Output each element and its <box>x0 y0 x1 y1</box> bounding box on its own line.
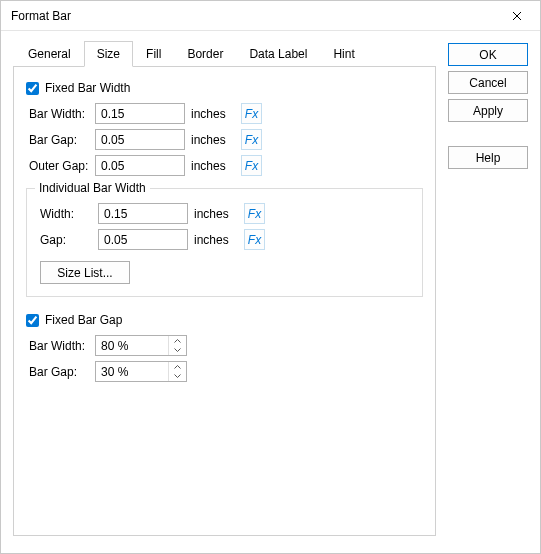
tab-fill[interactable]: Fill <box>133 41 174 67</box>
chevron-up-icon <box>174 365 181 369</box>
pct-bar-width-up[interactable] <box>169 336 186 346</box>
pct-bar-gap-input[interactable] <box>96 362 168 381</box>
tabs: General Size Fill Border Data Label Hint <box>13 41 436 67</box>
individual-gap-input[interactable] <box>98 229 188 250</box>
help-button[interactable]: Help <box>448 146 528 169</box>
pct-bar-gap-label: Bar Gap: <box>29 365 89 379</box>
close-button[interactable] <box>502 4 532 28</box>
pct-bar-gap-arrows <box>168 362 186 381</box>
left-pane: General Size Fill Border Data Label Hint… <box>13 41 436 536</box>
bar-gap-label: Bar Gap: <box>29 133 89 147</box>
individual-width-fx-button[interactable]: Fx <box>244 203 265 224</box>
format-bar-dialog: Format Bar General Size Fill Border Data… <box>0 0 541 554</box>
chevron-up-icon <box>174 339 181 343</box>
chevron-down-icon <box>174 374 181 378</box>
individual-gap-row: Gap: inches Fx <box>37 229 412 250</box>
cancel-button[interactable]: Cancel <box>448 71 528 94</box>
ok-button[interactable]: OK <box>448 43 528 66</box>
individual-gap-unit: inches <box>194 233 238 247</box>
apply-button[interactable]: Apply <box>448 99 528 122</box>
titlebar: Format Bar <box>1 1 540 31</box>
bar-gap-row: Bar Gap: inches Fx <box>26 129 423 150</box>
pct-bar-gap-row: Bar Gap: <box>26 361 423 382</box>
tab-data-label[interactable]: Data Label <box>236 41 320 67</box>
bar-width-row: Bar Width: inches Fx <box>26 103 423 124</box>
outer-gap-row: Outer Gap: inches Fx <box>26 155 423 176</box>
pct-bar-gap-down[interactable] <box>169 372 186 382</box>
fixed-bar-width-checkbox[interactable] <box>26 82 39 95</box>
pct-bar-width-input[interactable] <box>96 336 168 355</box>
individual-bar-width-group: Individual Bar Width Width: inches Fx Ga… <box>26 188 423 297</box>
individual-gap-fx-button[interactable]: Fx <box>244 229 265 250</box>
bar-gap-unit: inches <box>191 133 235 147</box>
tab-general[interactable]: General <box>15 41 84 67</box>
close-icon <box>512 11 522 21</box>
pct-bar-width-row: Bar Width: <box>26 335 423 356</box>
individual-width-input[interactable] <box>98 203 188 224</box>
individual-gap-label: Gap: <box>40 233 92 247</box>
pct-bar-gap-spinner[interactable] <box>95 361 187 382</box>
bar-width-input[interactable] <box>95 103 185 124</box>
pct-bar-width-label: Bar Width: <box>29 339 89 353</box>
fixed-bar-width-label: Fixed Bar Width <box>45 81 130 95</box>
individual-group-title: Individual Bar Width <box>35 181 150 195</box>
tab-panel-size: Fixed Bar Width Bar Width: inches Fx Bar… <box>13 66 436 536</box>
pct-bar-gap-up[interactable] <box>169 362 186 372</box>
individual-width-row: Width: inches Fx <box>37 203 412 224</box>
dialog-title: Format Bar <box>11 9 71 23</box>
chevron-down-icon <box>174 348 181 352</box>
outer-gap-input[interactable] <box>95 155 185 176</box>
outer-gap-unit: inches <box>191 159 235 173</box>
bar-width-fx-button[interactable]: Fx <box>241 103 262 124</box>
fixed-bar-gap-checkbox[interactable] <box>26 314 39 327</box>
size-list-button[interactable]: Size List... <box>40 261 130 284</box>
individual-width-unit: inches <box>194 207 238 221</box>
fixed-bar-gap-label: Fixed Bar Gap <box>45 313 122 327</box>
outer-gap-fx-button[interactable]: Fx <box>241 155 262 176</box>
pct-bar-width-arrows <box>168 336 186 355</box>
fixed-bar-width-row: Fixed Bar Width <box>26 81 423 95</box>
outer-gap-label: Outer Gap: <box>29 159 89 173</box>
button-spacer <box>448 127 528 141</box>
individual-width-label: Width: <box>40 207 92 221</box>
pct-bar-width-spinner[interactable] <box>95 335 187 356</box>
dialog-content: General Size Fill Border Data Label Hint… <box>1 31 540 548</box>
tab-border[interactable]: Border <box>174 41 236 67</box>
bar-width-unit: inches <box>191 107 235 121</box>
bar-gap-fx-button[interactable]: Fx <box>241 129 262 150</box>
bar-width-label: Bar Width: <box>29 107 89 121</box>
tab-size[interactable]: Size <box>84 41 133 67</box>
bar-gap-input[interactable] <box>95 129 185 150</box>
pct-bar-width-down[interactable] <box>169 346 186 356</box>
right-pane: OK Cancel Apply Help <box>448 41 528 536</box>
fixed-bar-gap-row: Fixed Bar Gap <box>26 313 423 327</box>
tab-hint[interactable]: Hint <box>320 41 367 67</box>
